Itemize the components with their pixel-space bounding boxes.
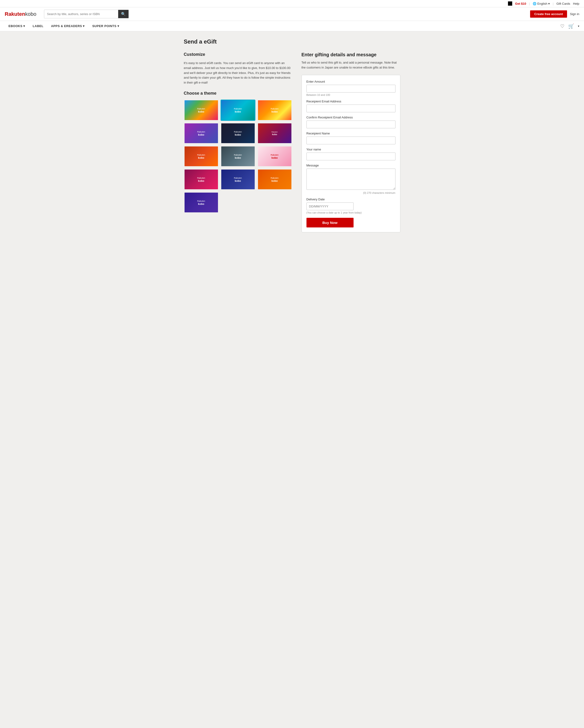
theme-card-6[interactable]: Rakuten kobo [257,123,292,144]
delivery-date-group: Delivery Date (You can choose a date up … [307,198,395,214]
theme-4-bg: Rakuten kobo [185,123,218,143]
theme-10-bg: Rakuten kobo [185,170,218,189]
wishlist-icon[interactable]: ♡ [560,23,564,29]
gifting-description: Tell us who to send this gift to, and ad… [301,60,400,70]
buy-now-button[interactable]: Buy Now [307,218,353,228]
theme-card-12[interactable]: Rakuten kobo [257,169,292,190]
customize-title: Customize [184,52,292,57]
recipient-email-input[interactable] [307,105,395,112]
theme-8-logo: Rakuten kobo [234,153,242,159]
delivery-date-input[interactable] [307,203,353,210]
gifting-section-title: Enter gifting details and message [301,52,400,57]
theme-card-9[interactable]: Rakuten kobo [257,146,292,167]
theme-13-logo: Rakuten kobo [197,200,205,206]
theme-card-2[interactable]: Rakuten kobo [220,100,256,121]
top-bar: Get $10 | English ▾ | Gift Cards Help [0,0,584,7]
main-nav: Rakuten kobo 🔍 Create free account Sign … [0,7,584,21]
cart-chevron-icon[interactable]: ▾ [578,25,579,28]
black-square-icon [508,1,512,6]
search-input[interactable] [44,10,118,18]
recipient-name-input[interactable] [307,136,395,144]
page-content: Send a eGift Customize It's easy to send… [179,31,405,239]
sign-in-link[interactable]: Sign in [570,12,579,16]
theme-5-bg: Rakuten kobo [221,123,255,143]
help-link[interactable]: Help [573,2,579,5]
logo-rakuten: Rakuten [5,11,25,17]
right-column: Enter gifting details and message Tell u… [301,52,400,232]
create-account-button[interactable]: Create free account [530,10,567,18]
amount-input[interactable] [307,85,395,93]
message-hint: (0) 270 characters minimum [307,191,395,194]
theme-1-logo: Rakuten kobo [197,107,205,113]
cat-nav-right: ♡ 🛒 ▾ [560,23,579,29]
left-column: Customize It's easy to send eGift cards.… [184,52,292,213]
recipient-email-label: Receipient Email Address [307,100,395,103]
amount-hint: Between 10 and 100 [307,94,395,96]
theme-card-4[interactable]: Rakuten kobo [184,123,219,144]
language-label: English [537,2,548,5]
theme-card-5[interactable]: Rakuten kobo [220,123,256,144]
confirm-email-group: Confirm Receipient Email Address [307,115,395,128]
two-column-layout: Customize It's easy to send eGift cards.… [184,52,400,232]
search-icon: 🔍 [121,12,126,16]
gift-form: Enter Amount Between 10 and 100 Receipie… [301,75,400,232]
nav-apps[interactable]: APPS & eREADERS ▾ [47,21,88,31]
theme-9-bg: Rakuten kobo [258,147,291,166]
theme-10-logo: Rakuten kobo [197,176,205,182]
customize-description: It's easy to send eGift cards. You can s… [184,61,292,85]
amount-group: Enter Amount Between 10 and 100 [307,80,395,96]
theme-card-8[interactable]: Rakuten kobo [220,146,256,167]
search-bar: 🔍 [44,10,129,18]
nav-ebooks-label: eBOOKS [8,24,22,28]
nav-right: Create free account Sign in [530,10,579,18]
logo[interactable]: Rakuten kobo [5,11,36,17]
theme-11-bg: Rakuten kobo [221,170,255,189]
theme-card-10[interactable]: Rakuten kobo [184,169,219,190]
amount-label: Enter Amount [307,80,395,83]
nav-superpoints[interactable]: SUPER POINTS ▾ [88,21,123,31]
language-selector[interactable]: English ▾ [533,2,550,5]
message-textarea[interactable] [307,168,395,190]
theme-6-bg: Rakuten kobo [258,123,291,143]
theme-12-logo: Rakuten kobo [271,176,279,182]
theme-7-bg: Rakuten kobo [185,147,218,166]
theme-card-13[interactable]: Rakuten kobo [184,192,219,213]
confirm-email-label: Confirm Receipient Email Address [307,115,395,119]
get10-link[interactable]: Get $10 [515,2,526,5]
divider: | [529,2,530,5]
theme-card-7[interactable]: Rakuten kobo [184,146,219,167]
recipient-email-group: Receipient Email Address [307,100,395,112]
nav-ebooks[interactable]: eBOOKS ▾ [5,21,29,31]
theme-12-bg: Rakuten kobo [258,170,291,189]
category-nav: eBOOKS ▾ LABEL APPS & eREADERS ▾ SUPER P… [0,21,584,31]
logo-kobo: kobo [25,11,36,17]
theme-card-1[interactable]: Rakuten kobo [184,100,219,121]
theme-9-logo: Rakuten kobo [271,153,279,159]
message-group: Message (0) 270 characters minimum [307,164,395,194]
chevron-down-icon: ▾ [23,24,25,28]
theme-4-logo: Rakuten kobo [197,130,205,136]
theme-section-title: Choose a theme [184,91,292,96]
nav-label-label: LABEL [33,24,44,28]
gift-cards-link[interactable]: Gift Cards [556,2,570,5]
theme-6-logo: Rakuten kobo [271,131,277,136]
delivery-date-label: Delivery Date [307,198,395,201]
theme-11-logo: Rakuten kobo [234,176,242,182]
recipient-name-group: Receipient Name [307,132,395,144]
theme-8-bg: Rakuten kobo [221,147,255,166]
your-name-input[interactable] [307,153,395,160]
search-button[interactable]: 🔍 [118,10,129,18]
chevron-down-icon2: ▾ [83,24,85,28]
cart-icon[interactable]: 🛒 [568,23,574,29]
theme-grid: Rakuten kobo Rakuten kobo [184,100,292,213]
delivery-date-hint: (You can choose a date up to 1 year from… [307,211,395,214]
theme-card-11[interactable]: Rakuten kobo [220,169,256,190]
nav-label[interactable]: LABEL [29,21,47,31]
chevron-down-icon: ▾ [548,2,550,5]
theme-2-bg: Rakuten kobo [221,100,255,120]
confirm-email-input[interactable] [307,121,395,128]
globe-icon [533,2,536,5]
theme-1-bg: Rakuten kobo [185,100,218,120]
theme-card-3[interactable]: Rakuten kobo [257,100,292,121]
your-name-group: Your name [307,148,395,160]
